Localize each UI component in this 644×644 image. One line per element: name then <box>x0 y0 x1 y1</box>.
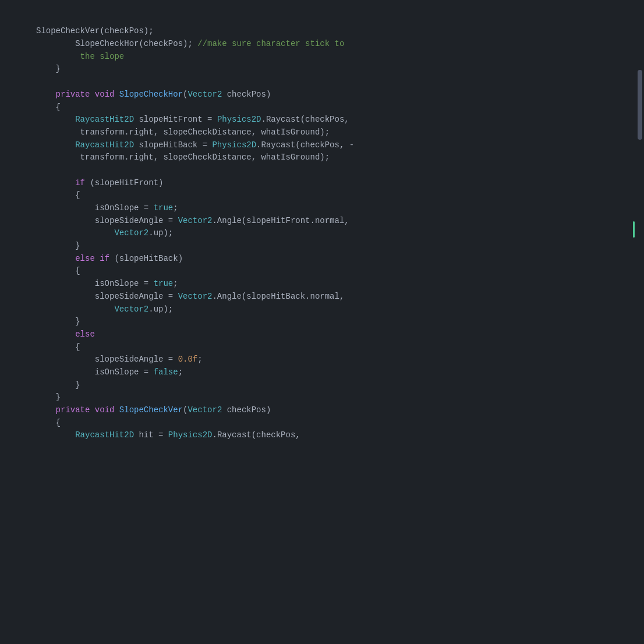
line-text: transform.right, slopeCheckDistance, wha… <box>36 151 636 164</box>
token-plain <box>36 178 75 187</box>
token-plain <box>36 254 75 263</box>
code-line: private void SlopeCheckVer(Vector2 check… <box>0 404 636 417</box>
line-text: } <box>36 240 636 253</box>
token-plain <box>114 90 119 99</box>
code-content: SlopeCheckVer(checkPos); SlopeCheckHor(c… <box>0 0 636 442</box>
token-plain: ; <box>178 367 183 377</box>
line-text: } <box>36 379 636 392</box>
token-type-vector2: Vector2 <box>178 292 213 301</box>
line-text: if (slopeHitFront) <box>36 177 636 190</box>
code-line <box>0 76 636 89</box>
line-text: } <box>36 391 636 404</box>
token-method-name: SlopeCheckVer <box>119 405 183 415</box>
line-text: SlopeCheckHor(checkPos); //make sure cha… <box>36 38 636 51</box>
code-line: transform.right, slopeCheckDistance, wha… <box>0 126 636 139</box>
token-plain: transform.right, slopeCheckDistance, wha… <box>36 153 330 162</box>
code-line: { <box>0 101 636 114</box>
token-plain: { <box>36 418 61 427</box>
token-plain <box>36 115 75 124</box>
code-line: private void SlopeCheckHor(Vector2 check… <box>0 89 636 101</box>
token-plain: { <box>36 266 80 275</box>
scrollbar-thumb[interactable] <box>638 70 642 140</box>
code-line: { <box>0 189 636 202</box>
token-plain <box>36 330 75 339</box>
minimap-indicator <box>633 221 635 238</box>
line-text: Vector2.up); <box>36 303 636 316</box>
token-plain: slopeHitBack = <box>134 140 212 150</box>
line-text: transform.right, slopeCheckDistance, wha… <box>36 126 636 139</box>
token-plain: { <box>36 102 61 112</box>
line-text: Vector2.up); <box>36 227 636 240</box>
token-kw-true: true <box>154 279 174 288</box>
code-line: SlopeCheckHor(checkPos); //make sure cha… <box>0 38 636 51</box>
token-plain: } <box>36 241 80 250</box>
token-comment-highlight: the slope <box>36 52 124 61</box>
token-plain <box>36 305 114 314</box>
code-line: isOnSlope = false; <box>0 366 636 379</box>
code-line: RaycastHit2D hit = Physics2D.Raycast(che… <box>0 429 636 442</box>
line-text <box>36 164 636 177</box>
code-line: } <box>0 391 636 404</box>
token-plain: slopeSideAngle = <box>36 292 178 301</box>
line-text: slopeSideAngle = 0.0f; <box>36 353 636 366</box>
token-plain: .Raycast(checkPos, <box>261 115 349 124</box>
token-plain: SlopeCheckVer(checkPos); <box>36 26 154 36</box>
token-type-raycast: RaycastHit2D <box>75 140 134 150</box>
line-text: { <box>36 417 636 430</box>
line-text: RaycastHit2D slopeHitFront = Physics2D.R… <box>36 114 636 126</box>
token-type-physics2d: Physics2D <box>168 430 213 440</box>
token-plain: } <box>36 64 61 73</box>
token-plain: slopeSideAngle = <box>36 355 178 364</box>
code-line: { <box>0 341 636 354</box>
token-plain: (slopeHitFront) <box>85 178 163 187</box>
token-plain: slopeSideAngle = <box>36 216 178 225</box>
token-plain: .Angle(slopeHitBack.normal, <box>212 292 344 301</box>
token-plain: } <box>36 317 80 326</box>
token-plain <box>36 140 75 150</box>
token-plain: ; <box>173 203 178 213</box>
line-text: private void SlopeCheckHor(Vector2 check… <box>36 89 636 101</box>
token-type-vector2: Vector2 <box>114 228 148 238</box>
code-line: slopeSideAngle = Vector2.Angle(slopeHitB… <box>0 291 636 303</box>
code-line: SlopeCheckVer(checkPos); <box>0 25 636 38</box>
scrollbar-track[interactable] <box>636 0 644 644</box>
token-plain <box>36 405 56 415</box>
token-plain: ; <box>197 355 202 364</box>
token-plain <box>90 90 94 99</box>
line-text: RaycastHit2D hit = Physics2D.Raycast(che… <box>36 429 636 442</box>
line-text: { <box>36 265 636 278</box>
code-line: Vector2.up); <box>0 227 636 240</box>
line-text: the slope <box>36 51 636 63</box>
token-type-physics2d: Physics2D <box>217 115 261 124</box>
token-plain: .Raycast(checkPos, <box>212 430 300 440</box>
token-plain: } <box>36 392 61 402</box>
token-plain <box>36 430 75 440</box>
token-type-raycast: RaycastHit2D <box>75 115 134 124</box>
line-text: { <box>36 341 636 354</box>
code-line: isOnSlope = true; <box>0 278 636 291</box>
token-kw-private: private <box>56 90 90 99</box>
token-num: 0.0f <box>178 355 198 364</box>
token-method-name: SlopeCheckHor <box>119 90 183 99</box>
token-plain: hit = <box>134 430 168 440</box>
code-line <box>0 164 636 177</box>
code-line: if (slopeHitFront) <box>0 177 636 190</box>
token-plain: { <box>36 342 80 352</box>
token-kw-if: if <box>100 254 109 263</box>
code-line: } <box>0 379 636 392</box>
code-line: { <box>0 417 636 430</box>
token-type-vector2: Vector2 <box>114 305 148 314</box>
token-plain: .up); <box>148 305 173 314</box>
token-comment-highlight: //make sure character stick to <box>197 39 344 48</box>
token-kw-void: void <box>95 405 115 415</box>
token-plain: ; <box>173 279 178 288</box>
token-plain: isOnSlope = <box>36 203 154 213</box>
code-line: { <box>0 265 636 278</box>
token-plain: .up); <box>148 228 173 238</box>
line-text: isOnSlope = true; <box>36 202 636 215</box>
line-text: { <box>36 189 636 202</box>
line-text: { <box>36 101 636 114</box>
token-plain <box>36 228 114 238</box>
code-line: the slope <box>0 51 636 63</box>
token-plain <box>114 405 119 415</box>
